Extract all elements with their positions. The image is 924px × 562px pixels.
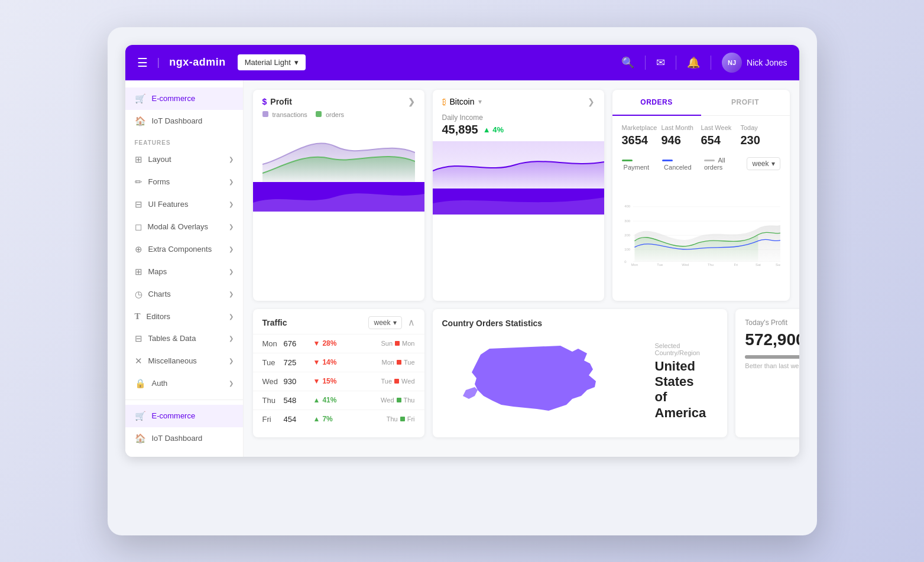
- traffic-row-tue: Tue 725 ▼ 14% Mon Tue: [253, 353, 424, 372]
- stat-last-week: Last Week 654: [701, 124, 741, 147]
- sidebar-item-label: Miscellaneous: [148, 356, 197, 365]
- sidebar-item-auth[interactable]: 🔒 Auth ❯: [125, 372, 243, 395]
- traffic-collapse-icon[interactable]: ∧: [408, 317, 415, 328]
- chevron-right-icon: ❯: [229, 268, 234, 275]
- traffic-row-mon: Mon 676 ▼ 28% Sun Mon: [253, 334, 424, 353]
- svg-text:400: 400: [624, 204, 631, 208]
- traffic-period-selector[interactable]: week ▾: [368, 316, 401, 329]
- traffic-dot: [400, 417, 405, 421]
- svg-text:Wed: Wed: [682, 262, 689, 266]
- theme-label: Material Light: [245, 58, 291, 67]
- sidebar-item-label: UI Features: [148, 200, 189, 209]
- sidebar-item-label: Extra Components: [148, 245, 212, 254]
- tab-profit[interactable]: PROFIT: [701, 90, 790, 115]
- sidebar-item-ui-features[interactable]: ⊟ UI Features ❯: [125, 193, 243, 216]
- sidebar-item-label: E-commerce: [152, 411, 196, 420]
- bitcoin-income-value: 45,895: [442, 123, 478, 137]
- bitcoin-pct-change: ▲ 4%: [483, 125, 504, 134]
- bitcoin-header: ₿ Bitcoin ▾ ❯: [433, 90, 604, 111]
- sidebar-item-iot-2[interactable]: 🏠 IoT Dashboard: [125, 427, 243, 450]
- misc-icon: ✕: [135, 356, 142, 366]
- chevron-right-icon: ❯: [229, 358, 234, 364]
- mail-icon[interactable]: ✉: [651, 51, 670, 74]
- sidebar-item-label: Modal & Overlays: [148, 222, 209, 231]
- editor-icon: T: [135, 311, 141, 321]
- sidebar-item-label: Maps: [148, 267, 167, 276]
- sidebar-item-label: Tables & Data: [148, 334, 196, 343]
- sidebar-item-forms[interactable]: ✏ Forms ❯: [125, 171, 243, 193]
- down-arrow-icon: ▼: [313, 358, 320, 366]
- country-info: Selected Country/Region United States of…: [643, 335, 718, 428]
- svg-text:200: 200: [624, 233, 631, 236]
- traffic-header: Traffic week ▾ ∧: [253, 309, 424, 334]
- sidebar-item-ecommerce[interactable]: 🛒 E-commerce: [125, 87, 243, 110]
- shopping-cart-icon: 🛒: [135, 93, 146, 104]
- bitcoin-nav-icon[interactable]: ❯: [588, 97, 595, 106]
- sidebar-item-maps[interactable]: ⊞ Maps ❯: [125, 261, 243, 283]
- country-name: United States of America: [655, 359, 706, 421]
- svg-text:Sun: Sun: [776, 262, 780, 266]
- orders-stats: Marketplace 3654 Last Month 946 Last Wee…: [612, 116, 790, 152]
- sidebar-item-ecommerce-2[interactable]: 🛒 E-commerce: [125, 405, 243, 427]
- theme-chevron-icon: ▾: [294, 58, 299, 67]
- bitcoin-icon: ₿: [442, 97, 446, 106]
- ui-icon: ⊟: [135, 199, 142, 210]
- bitcoin-income-label: Daily Income: [442, 113, 595, 122]
- user-menu[interactable]: NJ Nick Jones: [722, 53, 787, 73]
- up-arrow-icon: ▲: [483, 125, 491, 134]
- hamburger-icon[interactable]: ☰: [137, 56, 148, 70]
- sidebar-item-extra[interactable]: ⊕ Extra Components ❯: [125, 238, 243, 261]
- layout-icon: ⊞: [135, 154, 142, 165]
- bitcoin-dropdown-icon[interactable]: ▾: [478, 98, 482, 106]
- traffic-dot: [397, 398, 401, 402]
- nav-vertical-divider-3: [711, 56, 711, 70]
- sidebar-item-tables[interactable]: ⊟ Tables & Data ❯: [125, 327, 243, 350]
- sidebar-item-layout[interactable]: ⊞ Layout ❯: [125, 148, 243, 171]
- profit-progress-bar: [745, 355, 799, 359]
- svg-text:Mon: Mon: [631, 262, 637, 266]
- top-navigation: ☰ | ngx-admin Material Light ▾ 🔍 ✉ 🔔 NJ …: [125, 45, 799, 80]
- svg-text:Sat: Sat: [756, 262, 761, 266]
- app-body: 🛒 E-commerce 🏠 IoT Dashboard FEATURES ⊞ …: [125, 80, 799, 457]
- traffic-row-wed: Wed 930 ▼ 15% Tue Wed: [253, 372, 424, 391]
- nav-icons: 🔍 ✉ 🔔: [617, 51, 715, 74]
- bell-icon[interactable]: 🔔: [682, 51, 705, 74]
- country-card: Country Orders Statistics: [433, 309, 728, 438]
- profit-chevron-icon[interactable]: ❯: [408, 97, 415, 106]
- profit-card: $ Profit ❯ transactions: [253, 90, 424, 301]
- bitcoin-card: ₿ Bitcoin ▾ ❯ Daily Income 45,895: [433, 90, 604, 301]
- country-card-title: Country Orders Statistics: [442, 319, 718, 328]
- bitcoin-label: Bitcoin: [450, 97, 475, 106]
- traffic-dot: [397, 360, 401, 365]
- chevron-right-icon: ❯: [229, 380, 234, 386]
- transactions-dot: [262, 111, 268, 117]
- sidebar-item-label: E-commerce: [152, 94, 196, 103]
- sidebar-item-charts[interactable]: ◷ Charts ❯: [125, 283, 243, 306]
- sidebar-item-label: Charts: [148, 290, 171, 298]
- svg-text:0: 0: [624, 260, 627, 264]
- orders-card: ORDERS PROFIT Marketplace 3654 Last Mont…: [612, 90, 790, 301]
- chevron-right-icon: ❯: [229, 335, 234, 342]
- sidebar-item-misc[interactable]: ✕ Miscellaneous ❯: [125, 350, 243, 372]
- search-icon[interactable]: 🔍: [617, 51, 639, 74]
- legend-canceled: Canceled: [662, 157, 696, 171]
- avatar: NJ: [722, 53, 742, 73]
- chevron-right-icon: ❯: [229, 223, 234, 230]
- orders-period-selector[interactable]: week ▾: [747, 157, 780, 170]
- shopping-cart-icon-2: 🛒: [135, 411, 146, 421]
- tables-icon: ⊟: [135, 333, 142, 344]
- theme-selector[interactable]: Material Light ▾: [238, 54, 306, 70]
- traffic-period-label: week: [374, 319, 390, 327]
- sidebar-item-modal[interactable]: ◻ Modal & Overlays ❯: [125, 216, 243, 238]
- svg-text:Tue: Tue: [657, 262, 663, 266]
- tab-orders[interactable]: ORDERS: [612, 90, 701, 116]
- profit-bottom-bar: [253, 182, 424, 212]
- dollar-icon: $: [262, 97, 267, 106]
- sidebar-item-iot[interactable]: 🏠 IoT Dashboard: [125, 110, 243, 132]
- svg-text:300: 300: [624, 219, 631, 222]
- profit-chart: [253, 123, 424, 182]
- sidebar-item-editors[interactable]: T Editors ❯: [125, 306, 243, 327]
- chevron-right-icon: ❯: [229, 201, 234, 207]
- traffic-card: Traffic week ▾ ∧ Mon: [253, 309, 424, 438]
- legend-transactions: transactions: [262, 111, 307, 118]
